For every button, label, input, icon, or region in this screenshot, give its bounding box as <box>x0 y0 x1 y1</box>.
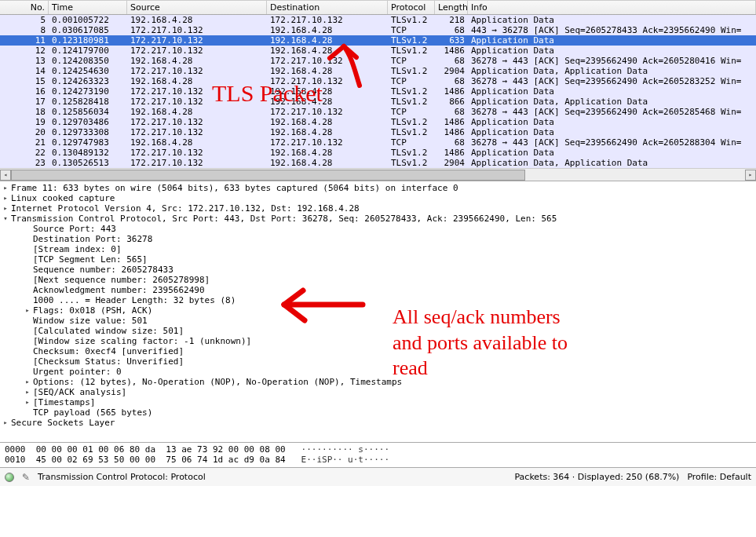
cell-proto: TLSv1.2 <box>388 86 435 97</box>
cell-len: 866 <box>435 97 468 107</box>
col-proto[interactable]: Protocol <box>388 1 435 14</box>
cell-proto: TLSv1.2 <box>388 117 435 127</box>
packet-row[interactable]: 120.124179700172.217.10.132192.168.4.28T… <box>0 46 756 56</box>
packet-row[interactable]: 110.123180981172.217.10.132192.168.4.28T… <box>0 35 756 46</box>
hex-ascii: ·········· s····· <box>301 444 390 455</box>
packet-row[interactable]: 130.124208350192.168.4.28172.217.10.132T… <box>0 56 756 66</box>
cell-dst: 192.168.4.28 <box>267 158 388 168</box>
hex-line[interactable]: 0000 00 00 00 01 00 06 80 da 13 ae 73 92… <box>5 444 751 455</box>
detail-row[interactable]: Destination Port: 36278 <box>0 234 756 244</box>
col-time[interactable]: Time <box>49 1 127 14</box>
detail-row[interactable]: ▸Linux cooked capture <box>0 193 756 203</box>
triangle-right-icon[interactable]: ▸ <box>0 183 11 193</box>
detail-row[interactable]: ▸Flags: 0x018 (PSH, ACK) <box>0 305 756 316</box>
detail-row[interactable]: [Calculated window size: 501] <box>0 326 756 336</box>
triangle-right-icon[interactable]: ▸ <box>22 397 33 407</box>
cell-src: 172.217.10.132 <box>127 117 267 127</box>
detail-row[interactable]: [Stream index: 0] <box>0 244 756 254</box>
triangle-right-icon[interactable]: ▸ <box>22 305 33 316</box>
cell-src: 172.217.10.132 <box>127 35 267 46</box>
expert-info-icon[interactable]: ✎ <box>22 472 30 483</box>
packet-row[interactable]: 80.030617085172.217.10.132192.168.4.28TC… <box>0 25 756 35</box>
cell-time: 0.125856034 <box>49 107 127 117</box>
triangle-right-icon[interactable]: ▸ <box>0 193 11 203</box>
cell-src: 172.217.10.132 <box>127 158 267 168</box>
cell-info: Application Data <box>468 46 756 56</box>
cell-no: 22 <box>0 148 49 158</box>
cell-len: 68 <box>435 56 468 66</box>
col-src[interactable]: Source <box>127 1 267 14</box>
cell-time: 0.124208350 <box>49 56 127 66</box>
col-dst[interactable]: Destination <box>267 1 388 14</box>
packet-list-body[interactable]: 50.001005722192.168.4.28172.217.10.132TL… <box>0 15 756 168</box>
triangle-right-icon[interactable]: ▸ <box>0 203 11 214</box>
packet-row[interactable]: 190.129703486172.217.10.132192.168.4.28T… <box>0 117 756 127</box>
cell-proto: TLSv1.2 <box>388 148 435 158</box>
packet-row[interactable]: 150.124263323192.168.4.28172.217.10.132T… <box>0 76 756 86</box>
triangle-right-icon[interactable]: ▸ <box>22 387 33 397</box>
cell-proto: TLSv1.2 <box>388 15 435 25</box>
detail-text: Source Port: 443 <box>33 224 116 234</box>
detail-row[interactable]: [TCP Segment Len: 565] <box>0 254 756 265</box>
status-profile[interactable]: Profile: Default <box>687 472 751 482</box>
detail-row[interactable]: ▸[SEQ/ACK analysis] <box>0 387 756 397</box>
detail-row[interactable]: ▸[Timestamps] <box>0 397 756 407</box>
triangle-right-icon[interactable]: ▸ <box>0 418 11 428</box>
cell-dst: 172.217.10.132 <box>267 137 388 148</box>
cell-len: 1486 <box>435 86 468 97</box>
cell-src: 192.168.4.28 <box>127 56 267 66</box>
hex-view[interactable]: 0000 00 00 00 01 00 06 80 da 13 ae 73 92… <box>0 442 756 467</box>
detail-row[interactable]: Checksum: 0xecf4 [unverified] <box>0 346 756 356</box>
detail-row[interactable]: ▸Secure Sockets Layer <box>0 418 756 428</box>
col-len[interactable]: Length <box>435 1 468 14</box>
cell-dst: 192.168.4.28 <box>267 148 388 158</box>
packet-row[interactable]: 230.130526513172.217.10.132192.168.4.28T… <box>0 158 756 168</box>
cell-time: 0.129733308 <box>49 127 127 137</box>
cell-proto: TLSv1.2 <box>388 127 435 137</box>
packet-row[interactable]: 180.125856034192.168.4.28172.217.10.132T… <box>0 107 756 117</box>
no-icon <box>22 346 33 356</box>
packet-row[interactable]: 200.129733308172.217.10.132192.168.4.28T… <box>0 127 756 137</box>
detail-row[interactable]: Urgent pointer: 0 <box>0 367 756 377</box>
packet-row[interactable]: 50.001005722192.168.4.28172.217.10.132TL… <box>0 15 756 25</box>
cell-time: 0.130489132 <box>49 148 127 158</box>
detail-row[interactable]: TCP payload (565 bytes) <box>0 407 756 418</box>
detail-row[interactable]: ▾Transmission Control Protocol, Src Port… <box>0 214 756 224</box>
packet-row[interactable]: 210.129747983192.168.4.28172.217.10.132T… <box>0 137 756 148</box>
packet-row[interactable]: 160.124273190172.217.10.132192.168.4.28T… <box>0 86 756 97</box>
packet-details[interactable]: ▸Frame 11: 633 bytes on wire (5064 bits)… <box>0 181 756 442</box>
detail-row[interactable]: ▸Internet Protocol Version 4, Src: 172.2… <box>0 203 756 214</box>
scroll-left-icon[interactable]: ◂ <box>0 170 11 181</box>
triangle-right-icon[interactable]: ▸ <box>22 377 33 387</box>
packet-row[interactable]: 140.124254630172.217.10.132192.168.4.28T… <box>0 66 756 76</box>
detail-row[interactable]: [Checksum Status: Unverified] <box>0 356 756 367</box>
detail-row[interactable]: ▸Frame 11: 633 bytes on wire (5064 bits)… <box>0 183 756 193</box>
col-info[interactable]: Info <box>468 1 756 14</box>
col-no[interactable]: No. <box>0 1 49 14</box>
cell-proto: TCP <box>388 107 435 117</box>
detail-row[interactable]: Acknowledgment number: 2395662490 <box>0 285 756 295</box>
cell-info: Application Data <box>468 117 756 127</box>
detail-row[interactable]: Source Port: 443 <box>0 224 756 234</box>
detail-text: Transmission Control Protocol, Src Port:… <box>11 214 557 224</box>
detail-row[interactable]: ▸Options: (12 bytes), No-Operation (NOP)… <box>0 377 756 387</box>
cell-src: 192.168.4.28 <box>127 15 267 25</box>
triangle-down-icon[interactable]: ▾ <box>0 214 11 224</box>
scroll-track[interactable] <box>11 170 745 181</box>
detail-row[interactable]: [Next sequence number: 2605278998] <box>0 275 756 285</box>
cell-no: 18 <box>0 107 49 117</box>
scroll-thumb[interactable] <box>11 170 525 181</box>
packet-row[interactable]: 170.125828418172.217.10.132192.168.4.28T… <box>0 97 756 107</box>
detail-text: Acknowledgment number: 2395662490 <box>33 285 205 295</box>
detail-row[interactable]: 1000 .... = Header Length: 32 bytes (8) <box>0 295 756 305</box>
scroll-right-icon[interactable]: ▸ <box>745 170 756 181</box>
hex-line[interactable]: 0010 45 00 02 69 53 50 00 00 75 06 74 1d… <box>5 455 751 465</box>
detail-row[interactable]: [Window size scaling factor: -1 (unknown… <box>0 336 756 346</box>
packet-list-hscroll[interactable]: ◂ ▸ <box>0 168 756 181</box>
detail-row[interactable]: Sequence number: 2605278433 <box>0 265 756 275</box>
cell-info: Application Data <box>468 15 756 25</box>
detail-text: Urgent pointer: 0 <box>33 367 122 377</box>
cell-time: 0.124179700 <box>49 46 127 56</box>
packet-row[interactable]: 220.130489132172.217.10.132192.168.4.28T… <box>0 148 756 158</box>
detail-row[interactable]: Window size value: 501 <box>0 316 756 326</box>
